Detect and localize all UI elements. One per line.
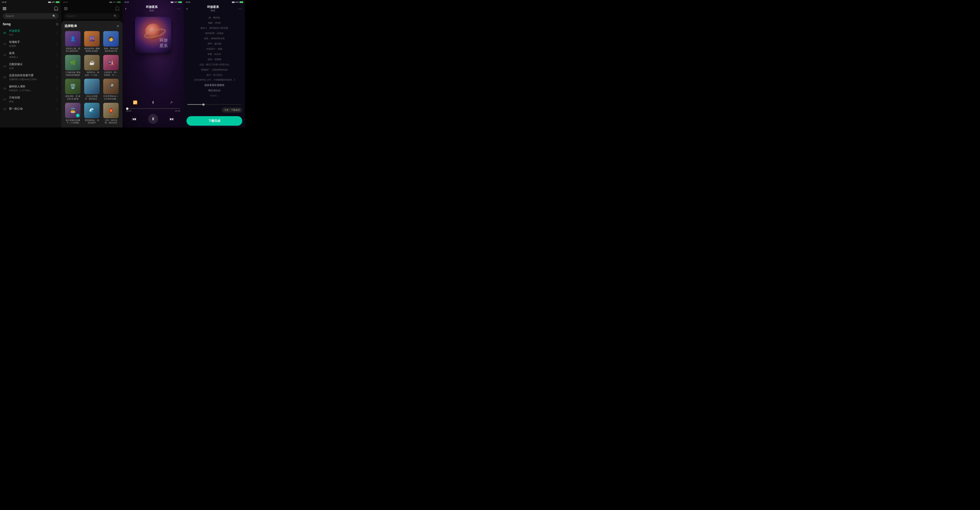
- playlist-item[interactable]: 🌆 暮色慢情歌: 慵懒晚风吹走倦意: [83, 31, 100, 53]
- list-item[interactable]: 05 还是你的笑容最可爱 音阙诗听,冷鸢yousa,王梓钰 ⋮: [0, 72, 61, 83]
- progress-bar-credits[interactable]: [188, 104, 241, 105]
- song-num: 08: [3, 108, 7, 110]
- list-item[interactable]: 03 旋境 琉璃音上 ⋮: [0, 49, 61, 61]
- download-button[interactable]: ⬇: [150, 99, 157, 106]
- top-bar-1: 🎧: [0, 4, 61, 13]
- pause-button[interactable]: ⏸: [148, 114, 158, 124]
- time-1: 10:18: [2, 1, 6, 3]
- repeat-button[interactable]: 🔁: [132, 99, 139, 106]
- panel-songlist-2: 10:19 ▮▮▮ WiFi 🎧 🔍 Song ⊙ 01 环游星系 灼天 ⋮: [61, 0, 123, 128]
- status-bar-1: 10:18 ▮▮▮ WiFi: [0, 0, 61, 4]
- modal-close-button[interactable]: ✕: [116, 24, 119, 29]
- list-item[interactable]: 04 沉默的烟火 金渔 ⋮: [0, 61, 61, 72]
- song-more[interactable]: ⋮: [55, 42, 59, 46]
- playlist-item[interactable]: 🏮 古风｜低吟浅唱，银铃依旧: [103, 103, 119, 124]
- playlist-modal: 选择歌单 ✕ 👤 我是薛之谦：我的心愿是世界和平 🌆: [61, 21, 123, 128]
- progress-dot-credits[interactable]: [202, 104, 205, 106]
- playlist-label: 我是薛之谦：我的心愿是世界和平: [65, 48, 81, 53]
- song-name: 沉默的烟火: [9, 62, 53, 66]
- playlist-thumb: 🌿: [65, 55, 81, 70]
- action-buttons: 🔁 ⬇ ↗: [126, 99, 180, 106]
- hamburger-menu-1[interactable]: [3, 7, 6, 10]
- player-title-area: 环游星系 灼天: [146, 5, 158, 12]
- search-bar-1[interactable]: 🔍: [3, 13, 59, 19]
- playlist-item[interactable]: 👼 ✓ 被天使吻过的嗓子｜心动指数100%: [64, 103, 81, 124]
- song-info: 旋境 琉璃音上: [9, 51, 53, 59]
- playback-buttons: ⏮ ⏸ ⏭: [126, 114, 180, 124]
- credit-line: 封面设计：袖珑: [188, 46, 241, 51]
- song-more[interactable]: ⋮: [55, 107, 59, 111]
- modal-overlay[interactable]: 选择歌单 ✕ 👤 我是薛之谦：我的心愿是世界和平 🌆: [61, 0, 123, 128]
- song-more[interactable]: ⋮: [55, 53, 59, 57]
- song-num: 04: [3, 65, 7, 68]
- credits-artist: 灼天: [207, 9, 219, 12]
- playlist-thumb: 🎎: [103, 55, 119, 70]
- download-complete-button[interactable]: 下载完成: [186, 116, 242, 126]
- playlist-item[interactable]: 🎎 古风情书：听一宿梵唱，许一世柔情: [103, 55, 119, 76]
- progress-dot[interactable]: [126, 108, 129, 110]
- section-icon-1[interactable]: ⊙: [56, 22, 59, 26]
- progress-bar[interactable]: [126, 108, 180, 109]
- lyrics-line: 却少点心心: [188, 88, 241, 93]
- song-more[interactable]: ⋮: [55, 98, 59, 101]
- previous-button[interactable]: ⏮: [132, 116, 137, 122]
- back-button-4[interactable]: ‹: [186, 6, 188, 11]
- playlist-label: 烦恼消除：把 难 过统 统 删 除: [65, 95, 81, 100]
- playlist-item[interactable]: 🎵 200位古风歌手：繁华落尽，悠悠吟唱...: [83, 79, 100, 100]
- album-art-container: 环游星系: [123, 13, 184, 56]
- song-more[interactable]: ⋮: [55, 64, 59, 68]
- playlist-item[interactable]: 🗑️ 烦恼消除：把 难 过统 统 删 除: [64, 79, 81, 100]
- back-button[interactable]: ‹: [125, 6, 126, 11]
- song-artist: 灼天: [9, 33, 53, 37]
- song-name: 环游星系: [9, 29, 53, 33]
- progress-times: 00:03 03:38: [126, 110, 180, 112]
- credit-line: 编曲：Vinda: [188, 20, 241, 26]
- song-num: 01: [3, 32, 7, 34]
- player-title: 环游星系: [146, 5, 158, 9]
- playlist-thumb: 🧑: [103, 31, 119, 46]
- playlist-item[interactable]: 🌿 工作解压曲: 释放情绪的舒缓慢歌: [64, 55, 81, 76]
- playlist-item[interactable]: 🧑 青春｜周杰伦的歌你给谁分享过？: [103, 31, 119, 53]
- progress-total: 03:38: [175, 110, 180, 112]
- headphone-icon-1[interactable]: 🎧: [54, 6, 59, 11]
- playlist-thumb: 🗑️: [65, 79, 81, 94]
- playlist-thumb: 🌆: [84, 31, 100, 46]
- list-item[interactable]: 08 那一刻心动 ⋮: [0, 105, 61, 113]
- playlist-item[interactable]: 👤 我是薛之谦：我的心愿是世界和平: [64, 31, 81, 53]
- playlist-item[interactable]: ☕ 「独享时光」独处是一个人的清欢: [83, 55, 100, 76]
- share-button[interactable]: ↗: [167, 99, 175, 106]
- playlist-label: 200位古风歌手：繁华落尽，悠悠吟唱...: [84, 95, 100, 100]
- playlist-item[interactable]: 🌊 爱意随风起，风起意难平: [83, 103, 100, 124]
- credit-line: 混音：张鸣利/李永乾: [188, 36, 241, 41]
- modal-title: 选择歌单: [64, 24, 77, 28]
- album-art-inner: 环游星系: [135, 17, 171, 53]
- section-title-1: Song: [3, 22, 11, 26]
- song-info: 还是你的笑容最可爱 音阙诗听,冷鸢yousa,王梓钰: [9, 73, 53, 81]
- list-item[interactable]: 02 玫瑰枪手 赵晨唏 ⋮: [0, 38, 61, 49]
- song-num: 03: [3, 54, 7, 56]
- battery-4: [240, 2, 243, 3]
- credits-panel: 10:19 ▮▮▮ WiFi ‹ 环游星系 灼天 ··· 曲：魏传迪 编曲：Vi…: [184, 0, 245, 128]
- song-num: 05: [3, 76, 7, 79]
- more-options-button-4[interactable]: ···: [238, 7, 242, 10]
- song-artist: 赵晨唏: [9, 45, 53, 48]
- lyrics-line-faded: 哈哈哈...: [188, 93, 241, 98]
- playlist-label: 古风情书：听一宿梵唱，许一世柔情: [103, 71, 119, 76]
- playlist-item[interactable]: 🎤 抖音常用BGM｜文艺青年的聚会趴: [103, 79, 119, 100]
- song-num: 06: [3, 87, 7, 90]
- modal-header: 选择歌单 ✕: [64, 24, 119, 29]
- more-options-button[interactable]: ···: [177, 7, 181, 10]
- song-num: 07: [3, 98, 7, 101]
- song-more[interactable]: ⋮: [55, 75, 59, 79]
- next-button[interactable]: ⏭: [170, 116, 174, 122]
- search-input-1[interactable]: [5, 14, 51, 18]
- list-item[interactable]: 07 只有你我 柳池 ⋮: [0, 94, 61, 105]
- list-item[interactable]: 01 环游星系 灼天 ⋮: [0, 27, 61, 38]
- song-name: 那一刻心动: [9, 107, 53, 111]
- list-item[interactable]: 06 破碎的人请听 昨夜派对（L.N Party） ⋮: [0, 83, 61, 94]
- song-artist: 音阙诗听,冷鸢yousa,王梓钰: [9, 78, 53, 81]
- song-more[interactable]: ⋮: [55, 31, 59, 35]
- song-artist: 琉璃音上: [9, 56, 53, 59]
- playlist-label: 爱意随风起，风起意难平: [84, 119, 100, 124]
- song-more[interactable]: ⋮: [55, 87, 59, 90]
